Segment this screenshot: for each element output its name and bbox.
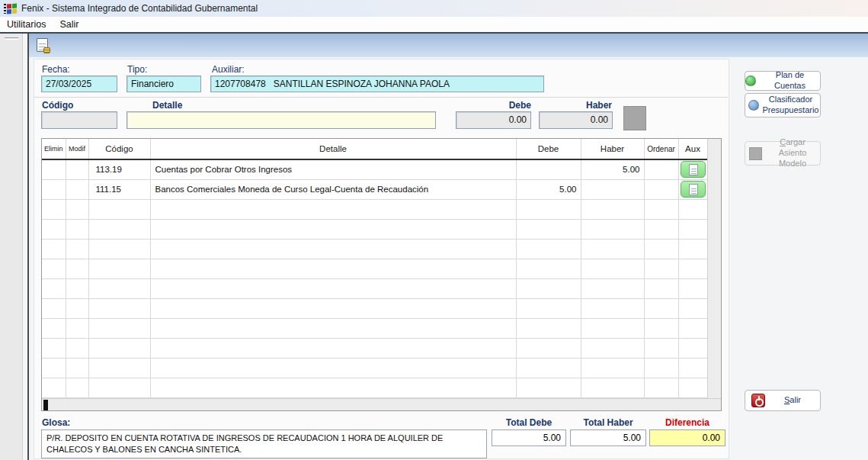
- windows-logo-icon: [4, 3, 17, 14]
- tipo-label: Tipo:: [127, 64, 147, 75]
- cell-detalle: [150, 278, 516, 298]
- debe-input[interactable]: 0.00: [456, 111, 531, 129]
- haber-input[interactable]: 0.00: [539, 111, 613, 129]
- debe-label: Debe: [457, 100, 531, 111]
- tipo-field[interactable]: Financiero: [127, 76, 201, 92]
- clasificador-presupuestario-button[interactable]: Clasificador Presupuestario: [745, 93, 821, 117]
- cell-detalle: [150, 199, 516, 219]
- cell-haber: [581, 298, 644, 318]
- cell-aux: [678, 199, 707, 219]
- left-dock-strip: [0, 34, 23, 460]
- cell-debe: [516, 199, 581, 219]
- cell-codigo: [88, 219, 150, 239]
- cell-modif: [66, 298, 88, 318]
- power-icon: [751, 394, 765, 407]
- cell-codigo[interactable]: 113.19: [88, 159, 150, 179]
- cell-modif: [66, 239, 88, 259]
- cell-ordenar: [644, 338, 678, 358]
- cell-modif: [66, 278, 88, 298]
- cell-ordenar[interactable]: [644, 179, 678, 199]
- cell-detalle: [150, 338, 516, 358]
- add-entry-button[interactable]: [623, 106, 646, 130]
- document-icon: [689, 184, 698, 195]
- empty-row: [42, 259, 707, 278]
- cell-ordenar: [644, 298, 678, 318]
- cell-debe: [516, 239, 581, 259]
- cell-ordenar: [644, 199, 678, 219]
- entries-grid: EliminModifCódigoDetalleDebeHaberOrdenar…: [41, 138, 722, 411]
- cell-debe: [516, 298, 581, 318]
- cell-detalle: [150, 318, 516, 338]
- empty-row: [42, 318, 707, 338]
- clasificador-label: Clasificador Presupuestario: [761, 95, 820, 116]
- cell-elimin[interactable]: [42, 179, 66, 199]
- cell-haber: [581, 219, 644, 239]
- window-title: Fenix - Sistema Integrado de Contabilida…: [21, 3, 258, 14]
- menu-item-salir[interactable]: Salir: [53, 18, 85, 31]
- cell-elimin[interactable]: [42, 159, 66, 179]
- cell-codigo: [88, 338, 150, 358]
- cell-debe[interactable]: 5.00: [516, 179, 581, 199]
- horizontal-scrollbar[interactable]: [42, 398, 721, 411]
- total-haber-label: Total Haber: [570, 417, 646, 428]
- aux-detail-button[interactable]: [681, 161, 706, 178]
- cell-haber: [581, 259, 644, 278]
- cell-modif[interactable]: [66, 179, 88, 199]
- haber-label: Haber: [541, 100, 612, 111]
- blue-sphere-icon: [748, 100, 759, 111]
- cargar-asiento-label: Cargar Asiento Modelo: [765, 137, 820, 169]
- cell-haber[interactable]: 5.00: [581, 159, 644, 179]
- fecha-field[interactable]: 27/03/2025: [41, 76, 117, 92]
- cell-codigo: [88, 298, 150, 318]
- cell-modif: [66, 259, 88, 278]
- cell-haber[interactable]: [581, 179, 644, 199]
- cell-elimin: [42, 278, 66, 298]
- cell-elimin: [42, 338, 66, 358]
- cell-detalle: [150, 239, 516, 259]
- codigo-input[interactable]: [41, 111, 117, 129]
- cell-detalle: [150, 298, 516, 318]
- cell-aux[interactable]: [678, 159, 707, 179]
- auxiliar-field[interactable]: 1207708478 SANTILLAN ESPINOZA JOHANNA PA…: [210, 76, 544, 92]
- cell-modif: [66, 378, 88, 397]
- cell-haber: [581, 199, 644, 219]
- cell-aux: [678, 298, 707, 318]
- cell-detalle[interactable]: Cuentas por Cobrar Otros Ingresos: [150, 159, 516, 179]
- cell-aux[interactable]: [678, 179, 707, 199]
- entry-row[interactable]: 113.19Cuentas por Cobrar Otros Ingresos5…: [42, 159, 707, 179]
- cell-ordenar: [644, 318, 678, 338]
- vertical-scrollbar[interactable]: [707, 139, 721, 398]
- cell-modif[interactable]: [66, 159, 88, 179]
- cell-codigo: [88, 199, 150, 219]
- cell-codigo: [88, 239, 150, 259]
- plan-de-cuentas-button[interactable]: Plan de Cuentas: [745, 71, 821, 91]
- aux-detail-button[interactable]: [681, 181, 706, 198]
- detalle-input[interactable]: [127, 111, 436, 129]
- glosa-textarea[interactable]: P/R. DEPOSITO EN CUENTA ROTATIVA DE INGR…: [41, 429, 487, 458]
- cell-ordenar[interactable]: [644, 159, 678, 179]
- cell-codigo: [88, 318, 150, 338]
- cell-elimin: [42, 239, 66, 259]
- cell-haber: [581, 358, 644, 378]
- cell-debe[interactable]: [516, 159, 581, 179]
- cell-detalle[interactable]: Bancos Comerciales Moneda de Curso Legal…: [150, 179, 516, 199]
- menu-item-utilitarios[interactable]: Utilitarios: [0, 18, 53, 31]
- cell-haber: [581, 338, 644, 358]
- column-header-cdigo: Código: [88, 139, 150, 159]
- entry-row[interactable]: 111.15Bancos Comerciales Moneda de Curso…: [42, 179, 707, 199]
- cell-elimin: [42, 199, 66, 219]
- scrollbar-thumb[interactable]: [43, 400, 48, 410]
- column-header-debe: Debe: [516, 139, 581, 159]
- salir-button[interactable]: Salir: [745, 390, 821, 411]
- grid-header-row: EliminModifCódigoDetalleDebeHaberOrdenar…: [42, 139, 707, 159]
- cell-ordenar: [644, 239, 678, 259]
- new-entry-document-icon[interactable]: [37, 38, 48, 52]
- app-window: Fenix - Sistema Integrado de Contabilida…: [0, 0, 868, 460]
- cell-codigo[interactable]: 111.15: [88, 179, 150, 199]
- cargar-asiento-modelo-button: Cargar Asiento Modelo: [745, 141, 821, 166]
- dock-grip[interactable]: [5, 37, 18, 40]
- empty-row: [42, 239, 707, 259]
- empty-row: [42, 199, 707, 219]
- cell-detalle: [150, 358, 516, 378]
- fecha-label: Fecha:: [42, 64, 70, 75]
